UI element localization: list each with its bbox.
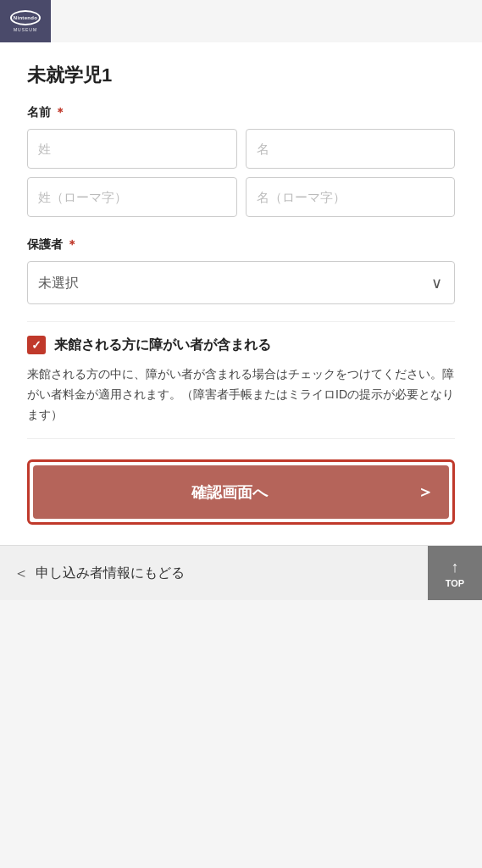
top-arrow-icon: ↑ (452, 559, 459, 576)
bottom-nav: ＜ 申し込み者情報にもどる ↑ TOP (0, 545, 482, 600)
confirm-button-text: 確認画面へ (48, 482, 410, 503)
confirm-button[interactable]: 確認画面へ ＞ (33, 465, 449, 519)
nintendo-logo: Nintendo (10, 10, 41, 25)
disability-checkbox[interactable]: ✓ (27, 336, 46, 354)
name-label: 名前 ＊ (27, 105, 455, 120)
name-label-text: 名前 (27, 105, 51, 120)
guardian-select[interactable]: 未選択 (28, 262, 454, 303)
disability-checkbox-label: 来館される方に障がい者が含まれる (54, 337, 271, 354)
checkmark-icon: ✓ (31, 338, 42, 352)
last-name-roman-input[interactable] (27, 177, 237, 217)
confirm-button-wrapper: 確認画面へ ＞ (27, 459, 455, 525)
back-arrow-icon: ＜ (14, 563, 29, 583)
guardian-label-text: 保護者 (27, 237, 63, 253)
name-row-kanji (27, 129, 455, 169)
museum-text: MUSEUM (14, 27, 37, 32)
last-name-input[interactable] (27, 129, 237, 169)
top-button-label: TOP (446, 578, 464, 588)
disability-section: ✓ 来館される方に障がい者が含まれる 来館される方の中に、障がい者が含まれる場合… (27, 321, 455, 439)
back-button-label: 申し込み者情報にもどる (36, 565, 185, 582)
guardian-label: 保護者 ＊ (27, 237, 455, 253)
guardian-select-wrapper[interactable]: 未選択 ∨ (27, 261, 455, 304)
confirm-arrow-icon: ＞ (417, 481, 434, 504)
first-name-input[interactable] (246, 129, 456, 169)
guardian-section: 保護者 ＊ 未選択 ∨ (27, 237, 455, 304)
main-content: 未就学児1 名前 ＊ 保護者 ＊ 未選択 (0, 42, 482, 545)
nintendo-text: Nintendo (14, 15, 37, 20)
back-button[interactable]: ＜ 申し込み者情報にもどる (0, 546, 428, 600)
checkbox-row: ✓ 来館される方に障がい者が含まれる (27, 336, 455, 354)
name-section: 名前 ＊ (27, 105, 455, 217)
section-title: 未就学児1 (27, 63, 455, 88)
confirm-button-container: 確認画面へ ＞ (27, 459, 455, 525)
name-required: ＊ (54, 105, 66, 120)
guardian-required: ＊ (66, 237, 78, 253)
disability-description: 来館される方の中に、障がい者が含まれる場合はチェックをつけてください。障がい者料… (27, 364, 455, 425)
name-row-roman (27, 177, 455, 217)
first-name-roman-input[interactable] (246, 177, 456, 217)
site-header: Nintendo MUSEUM (0, 0, 51, 42)
top-button[interactable]: ↑ TOP (428, 546, 482, 600)
